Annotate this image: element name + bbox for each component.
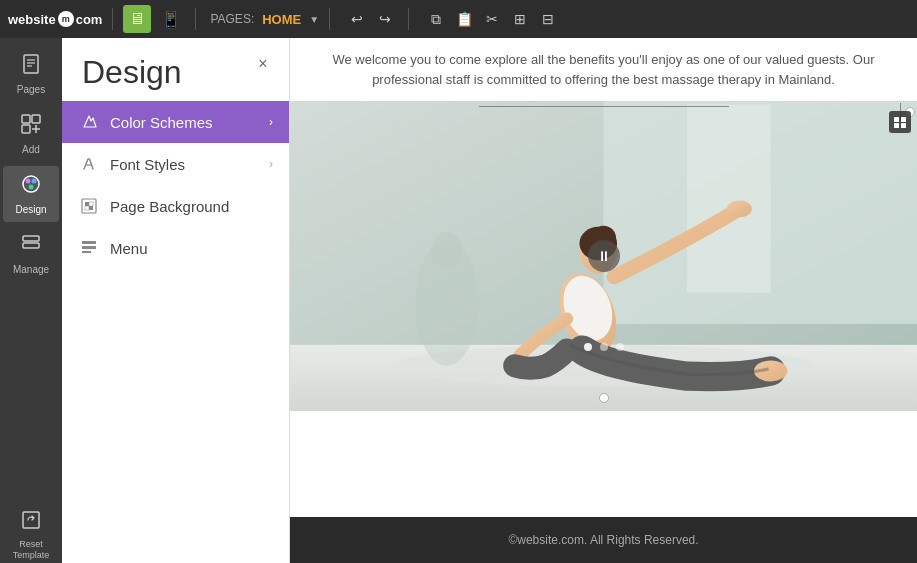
color-schemes-icon xyxy=(78,113,100,131)
page-background-label: Page Background xyxy=(110,198,229,215)
page-dots xyxy=(584,343,624,351)
add-label-text: Add xyxy=(22,144,40,155)
canvas-image-area[interactable]: ⏸ xyxy=(290,101,917,411)
selection-top-right xyxy=(900,103,915,121)
reset-template-label: ResetTemplate xyxy=(13,539,50,561)
close-button[interactable]: × xyxy=(251,52,275,76)
footer-text: ©website.com. All Rights Reserved. xyxy=(508,533,698,547)
svg-rect-19 xyxy=(89,206,93,210)
manage-label-text: Manage xyxy=(13,264,49,275)
pages-label: PAGES: xyxy=(210,12,254,26)
svg-rect-40 xyxy=(901,117,906,122)
svg-rect-15 xyxy=(23,512,39,528)
svg-rect-21 xyxy=(89,202,93,206)
font-styles-chevron: › xyxy=(269,157,273,171)
svg-point-36 xyxy=(727,201,752,218)
menu-icon xyxy=(78,239,100,257)
svg-rect-6 xyxy=(22,125,30,133)
canvas-footer: ©website.com. All Rights Reserved. xyxy=(290,517,917,563)
sidebar-item-pages[interactable]: Pages xyxy=(3,46,59,102)
menu-item-menu[interactable]: Menu xyxy=(62,227,289,269)
logo[interactable]: website m com xyxy=(8,11,102,27)
logo-suffix: com xyxy=(76,12,103,27)
grid-tool-icon[interactable]: ⊞ xyxy=(507,6,533,32)
color-schemes-label: Color Schemes xyxy=(110,114,213,131)
divider-1 xyxy=(112,8,113,30)
menu-label: Menu xyxy=(110,240,148,257)
svg-rect-22 xyxy=(82,241,96,244)
image-toolbar-button[interactable] xyxy=(889,111,911,133)
font-styles-label: Font Styles xyxy=(110,156,185,173)
svg-point-11 xyxy=(32,179,37,184)
selection-handle-bottom xyxy=(599,393,609,403)
add-icon xyxy=(20,113,42,140)
design-icon xyxy=(20,173,42,200)
undo-button[interactable]: ↩ xyxy=(344,6,370,32)
svg-point-38 xyxy=(431,232,462,270)
svg-rect-0 xyxy=(24,55,38,73)
divider-2 xyxy=(195,8,196,30)
svg-point-9 xyxy=(23,176,39,192)
page-dot-3[interactable] xyxy=(616,343,624,351)
paste-tool-icon[interactable]: 📋 xyxy=(451,6,477,32)
font-styles-icon xyxy=(78,155,100,173)
cut-tool-icon[interactable]: ✂ xyxy=(479,6,505,32)
svg-rect-13 xyxy=(23,236,39,241)
page-dot-2[interactable] xyxy=(600,343,608,351)
svg-rect-5 xyxy=(32,115,40,123)
sidebar-item-manage[interactable]: Manage xyxy=(3,226,59,282)
manage-icon xyxy=(20,233,42,260)
sidebar-item-reset-template[interactable]: ResetTemplate xyxy=(3,507,59,563)
svg-rect-27 xyxy=(687,104,771,292)
design-panel: Design × Color Schemes › xyxy=(62,38,290,563)
play-pause-button[interactable]: ⏸ xyxy=(588,240,620,272)
desktop-view-icon[interactable]: 🖥 xyxy=(123,5,151,33)
canvas-text-top: We welcome you to come explore all the b… xyxy=(290,38,917,101)
page-background-icon xyxy=(78,197,100,215)
menu-item-color-schemes[interactable]: Color Schemes › xyxy=(62,101,289,143)
menu-item-font-styles[interactable]: Font Styles › xyxy=(62,143,289,185)
copy-tool-icon[interactable]: ⧉ xyxy=(423,6,449,32)
pause-icon: ⏸ xyxy=(597,248,611,264)
design-label-text: Design xyxy=(15,204,46,215)
svg-point-12 xyxy=(29,185,34,190)
canvas-content: We welcome you to come explore all the b… xyxy=(290,38,917,563)
svg-rect-20 xyxy=(85,206,89,210)
edit-tools-group: ⧉ 📋 ✂ ⊞ ⊟ xyxy=(423,6,561,32)
svg-rect-41 xyxy=(894,123,899,128)
left-sidebar: Pages Add xyxy=(0,38,62,563)
pages-dropdown-arrow[interactable]: ▼ xyxy=(309,14,319,25)
svg-rect-23 xyxy=(82,246,96,249)
logo-text: website xyxy=(8,12,56,27)
menu-item-page-background[interactable]: Page Background xyxy=(62,185,289,227)
design-panel-title: Design xyxy=(82,54,182,91)
selection-line-top xyxy=(479,106,729,107)
undo-redo-group: ↩ ↪ xyxy=(344,6,398,32)
svg-point-10 xyxy=(26,179,31,184)
logo-circle: m xyxy=(58,11,74,27)
canvas-area: We welcome you to come explore all the b… xyxy=(290,38,917,563)
svg-rect-18 xyxy=(85,202,89,206)
design-menu: Color Schemes › Font Styles › xyxy=(62,101,289,269)
pages-icon xyxy=(20,53,42,80)
top-bar: website m com 🖥 📱 PAGES: HOME ▼ ↩ ↪ ⧉ 📋 … xyxy=(0,0,917,38)
sidebar-item-add[interactable]: Add xyxy=(3,106,59,162)
mobile-view-icon[interactable]: 📱 xyxy=(157,5,185,33)
svg-rect-4 xyxy=(22,115,30,123)
home-label[interactable]: HOME xyxy=(262,12,301,27)
svg-rect-39 xyxy=(894,117,899,122)
sidebar-item-design[interactable]: Design xyxy=(3,166,59,222)
redo-button[interactable]: ↪ xyxy=(372,6,398,32)
svg-rect-42 xyxy=(901,123,906,128)
reset-template-icon xyxy=(20,509,42,535)
pages-label-text: Pages xyxy=(17,84,45,95)
svg-rect-14 xyxy=(23,243,39,248)
main-area: Pages Add xyxy=(0,38,917,563)
divider-3 xyxy=(329,8,330,30)
page-dot-1[interactable] xyxy=(584,343,592,351)
color-schemes-chevron: › xyxy=(269,115,273,129)
divider-4 xyxy=(408,8,409,30)
layout-tool-icon[interactable]: ⊟ xyxy=(535,6,561,32)
